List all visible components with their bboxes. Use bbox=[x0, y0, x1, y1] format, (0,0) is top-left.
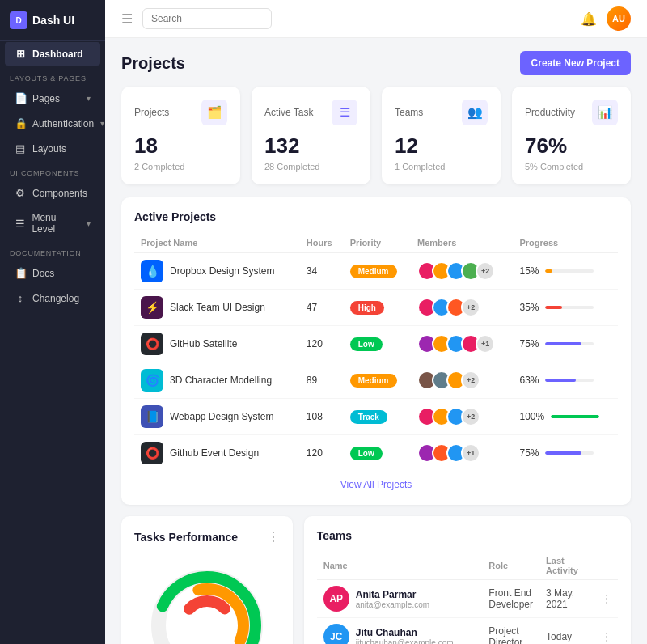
col-header: Progress bbox=[513, 233, 618, 253]
main-area: ☰ 🔔 AU Projects Create New Project Proje… bbox=[105, 0, 647, 644]
progress-cell: 75% bbox=[513, 326, 618, 362]
members-cell: +1 bbox=[411, 326, 513, 362]
teams-title: Teams bbox=[317, 529, 618, 542]
progress-fill bbox=[545, 342, 581, 345]
priority-badge: Medium bbox=[350, 374, 397, 388]
project-name-cell: 💧 Dropbox Design System bbox=[134, 253, 300, 290]
menu-toggle[interactable]: ☰ bbox=[121, 11, 133, 27]
team-name: Jitu Chauhan bbox=[356, 627, 454, 638]
stat-sub: 1 Completed bbox=[395, 162, 488, 172]
svg-point-3 bbox=[183, 601, 231, 644]
search-input[interactable] bbox=[142, 8, 272, 29]
sidebar-item-label: Authentication bbox=[32, 118, 94, 129]
page-header: Projects Create New Project bbox=[121, 51, 631, 75]
project-name-cell: 🌀 3D Character Modelling bbox=[134, 362, 300, 399]
col-header: Priority bbox=[344, 233, 411, 253]
priority-badge: Low bbox=[350, 447, 383, 460]
member-count: +2 bbox=[461, 407, 480, 426]
progress-cell: 100% bbox=[513, 399, 618, 435]
stat-card-teams: Teams 👥 12 1 Completed bbox=[382, 87, 501, 184]
progress-cell: 15% bbox=[513, 253, 618, 290]
stat-icon: ☰ bbox=[332, 100, 357, 125]
stat-sub: 5% Completed bbox=[525, 162, 618, 172]
priority-badge: High bbox=[350, 301, 384, 315]
sidebar-item-label: Pages bbox=[32, 93, 60, 104]
logo-icon: D bbox=[10, 11, 27, 29]
members-cell: +2 bbox=[411, 362, 513, 399]
project-logo: ⚡ bbox=[141, 296, 163, 319]
table-row: 📘 Webapp Design System 108 Track +2 100% bbox=[134, 399, 618, 435]
team-row: AP Anita Parmar anita@example.com Front … bbox=[317, 580, 618, 618]
sidebar-item-authentication[interactable]: 🔒 Authentication ▾ bbox=[5, 112, 100, 135]
sidebar-item-menu-level[interactable]: ☰ Menu Level ▾ bbox=[5, 206, 100, 240]
stat-icon: 👥 bbox=[462, 100, 488, 125]
stat-card-active-task: Active Task ☰ 132 28 Completed bbox=[252, 87, 370, 184]
hours-cell: 89 bbox=[300, 362, 344, 399]
team-row: JC Jitu Chauhan jituchauhan@example.com … bbox=[317, 618, 618, 645]
project-name: Dropbox Design System bbox=[170, 265, 274, 277]
stat-value: 132 bbox=[264, 133, 357, 159]
sidebar-item-label: Dashboard bbox=[32, 49, 83, 60]
progress-pct: 35% bbox=[519, 302, 539, 313]
project-name-cell: ⭕ Github Event Design bbox=[134, 435, 300, 472]
col-header: Hours bbox=[300, 233, 344, 253]
sidebar-item-label: Layouts bbox=[32, 143, 66, 155]
project-name-cell: ⚡ Slack Team UI Design bbox=[134, 290, 300, 326]
section-label-layouts: LAYOUTS & PAGES bbox=[0, 66, 105, 86]
projects-table: Project NameHoursPriorityMembersProgress… bbox=[134, 233, 618, 471]
sidebar-item-pages[interactable]: 📄 Pages ▾ bbox=[5, 87, 100, 110]
team-activity: 3 May, 2021 bbox=[539, 580, 595, 618]
active-projects-title: Active Projects bbox=[134, 210, 618, 223]
col-header: Members bbox=[411, 233, 513, 253]
progress-cell: 75% bbox=[513, 435, 618, 472]
sidebar-item-changelog[interactable]: ↕ Changelog bbox=[5, 286, 100, 310]
sidebar-item-layouts[interactable]: ▤ Layouts bbox=[5, 137, 100, 160]
view-all-projects-link[interactable]: View All Projects bbox=[134, 471, 618, 492]
sidebar-item-dashboard[interactable]: ⊞ Dashboard bbox=[5, 42, 100, 66]
sidebar-item-docs[interactable]: 📋 Docs bbox=[5, 261, 100, 285]
project-logo: ⭕ bbox=[141, 333, 163, 355]
progress-fill bbox=[545, 306, 562, 309]
app-name: Dash UI bbox=[32, 14, 74, 27]
sidebar-item-label: Components bbox=[32, 188, 87, 199]
sidebar-item-label: Changelog bbox=[32, 293, 79, 304]
priority-cell: Track bbox=[344, 399, 411, 435]
avatar[interactable]: AU bbox=[607, 6, 631, 31]
team-more-button[interactable]: ⋮ bbox=[595, 580, 618, 618]
dashboard-icon: ⊞ bbox=[15, 48, 26, 60]
stat-value: 18 bbox=[134, 133, 227, 159]
project-name: Github Event Design bbox=[170, 447, 259, 459]
project-logo: 🌀 bbox=[141, 369, 163, 392]
progress-bar bbox=[551, 415, 599, 418]
progress-pct: 75% bbox=[519, 338, 539, 350]
project-logo: 📘 bbox=[141, 405, 163, 428]
team-role: Front End Developer bbox=[482, 580, 539, 618]
tasks-more-button[interactable]: ⋮ bbox=[267, 529, 280, 544]
stats-cards: Projects 🗂️ 18 2 Completed Active Task ☰… bbox=[121, 87, 631, 184]
notification-bell[interactable]: 🔔 bbox=[581, 11, 597, 27]
team-info: Anita Parmar anita@example.com bbox=[356, 589, 429, 609]
progress-fill bbox=[545, 451, 581, 455]
col-header: Project Name bbox=[134, 233, 300, 253]
progress-cell: 63% bbox=[513, 362, 618, 399]
stat-value: 12 bbox=[395, 133, 488, 159]
donut-chart bbox=[134, 553, 280, 644]
menu-icon: ☰ bbox=[15, 218, 25, 230]
docs-icon: 📋 bbox=[15, 267, 26, 279]
stat-label: Productivity bbox=[525, 107, 575, 118]
members-cell: +2 bbox=[411, 290, 513, 326]
stat-card-header: Active Task ☰ bbox=[264, 100, 357, 125]
content-area: Projects Create New Project Projects 🗂️ … bbox=[105, 38, 647, 644]
active-projects-card: Active Projects Project NameHoursPriorit… bbox=[121, 197, 631, 505]
changelog-icon: ↕ bbox=[15, 292, 26, 304]
progress-cell: 35% bbox=[513, 290, 618, 326]
priority-cell: Medium bbox=[344, 253, 411, 290]
team-more-button[interactable]: ⋮ bbox=[595, 618, 618, 645]
member-count: +2 bbox=[461, 298, 480, 317]
team-col-header: Role bbox=[482, 552, 539, 580]
donut-svg bbox=[142, 561, 272, 644]
chevron-icon: ▾ bbox=[87, 219, 91, 228]
create-project-button[interactable]: Create New Project bbox=[520, 51, 631, 75]
sidebar-item-components[interactable]: ⚙ Components bbox=[5, 181, 100, 205]
tasks-card-title: Tasks Performance bbox=[134, 531, 238, 544]
